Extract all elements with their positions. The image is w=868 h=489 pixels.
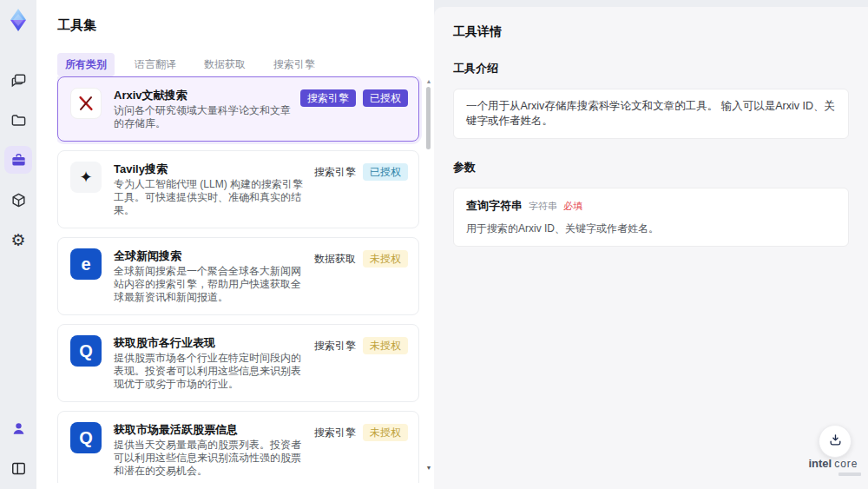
tool-description: 提供股票市场各个行业在特定时间段内的表现。投资者可以利用这些信息来识别表现优于或… (114, 352, 307, 391)
detail-title: 工具详情 (453, 24, 849, 40)
param-required-badge: 必填 (563, 200, 582, 213)
cube-icon (10, 192, 27, 208)
tool-status-badge: 已授权 (363, 163, 408, 181)
page-title: 工具集 (36, 0, 434, 34)
core-word: core (834, 458, 858, 470)
download-button[interactable] (819, 425, 852, 458)
category-tabs: 所有类别 语言翻译 数据获取 搜索引擎 (36, 34, 434, 76)
tool-description: 全球新闻搜索是一个聚合全球各大新闻网站内容的搜索引擎，帮助用户快速获取全球最新资… (114, 265, 307, 304)
blue-e-logo-icon: e (70, 248, 102, 280)
folder-icon (10, 112, 27, 129)
param-header: 查询字符串 字符串 必填 (466, 198, 836, 214)
scroll-down-icon[interactable]: ▼ (425, 465, 432, 472)
intro-heading: 工具介绍 (453, 61, 849, 76)
tool-card-arxiv[interactable]: Arxiv文献搜索 访问各个研究领域大量科学论文和文章的存储库。 搜索引擎 已授… (57, 76, 419, 142)
arxiv-logo-icon (70, 88, 102, 119)
tool-meta: 搜索引擎 未授权 (314, 337, 408, 354)
briefcase-icon (10, 152, 27, 169)
tool-text: 获取市场最活跃股票信息 提供当天交易量最高的股票列表。投资者可以利用这些信息来识… (114, 422, 307, 478)
blue-q-logo-icon: Q (70, 335, 102, 367)
scrollbar-thumb[interactable] (426, 87, 431, 149)
intro-box: 一个用于从Arxiv存储库搜索科学论文和文章的工具。 输入可以是Arxiv ID… (453, 89, 849, 139)
tool-status-badge: 未授权 (363, 337, 408, 354)
left-rail: ⚙ (0, 0, 36, 489)
tavily-star-icon: ✦ (70, 162, 102, 193)
tab-all-categories[interactable]: 所有类别 (57, 53, 115, 76)
params-heading: 参数 (453, 160, 849, 175)
intel-logo-sub-mark (838, 472, 861, 476)
sidebar-item-files[interactable] (4, 106, 32, 134)
sidebar-item-chat[interactable] (4, 66, 32, 94)
download-icon (828, 433, 843, 451)
user-icon (10, 420, 27, 437)
sidebar-item-account[interactable] (4, 414, 32, 442)
sidebar-item-collapse[interactable] (4, 454, 32, 482)
tool-description: 专为人工智能代理 (LLM) 构建的搜索引擎工具。可快速提供实时、准确和真实的结… (114, 178, 307, 217)
tool-list-panel: 工具集 所有类别 语言翻译 数据获取 搜索引擎 Arxiv文献搜索 访问各个研究… (36, 0, 434, 489)
chat-icon (10, 72, 27, 89)
tool-text: Tavily搜索 专为人工智能代理 (LLM) 构建的搜索引擎工具。可快速提供实… (114, 162, 307, 217)
panel-toggle-icon (10, 460, 27, 477)
tool-name: Arxiv文献搜索 (114, 88, 293, 102)
tool-meta: 数据获取 未授权 (314, 250, 408, 268)
param-box: 查询字符串 字符串 必填 用于搜索的Arxiv ID、关键字或作者姓名。 (453, 188, 849, 247)
tool-card-global-news[interactable]: e 全球新闻搜索 全球新闻搜索是一个聚合全球各大新闻网站内容的搜索引擎，帮助用户… (57, 237, 419, 315)
tool-card-sector-performance[interactable]: Q 获取股市各行业表现 提供股票市场各个行业在特定时间段内的表现。投资者可以利用… (57, 324, 419, 402)
tool-card-tavily[interactable]: ✦ Tavily搜索 专为人工智能代理 (LLM) 构建的搜索引擎工具。可快速提… (57, 150, 419, 228)
tool-category-badge: 搜索引擎 (300, 89, 356, 107)
intel-core-logo: intelcore (806, 455, 861, 476)
tool-text: Arxiv文献搜索 访问各个研究领域大量科学论文和文章的存储库。 (114, 88, 293, 130)
tool-status-badge: 未授权 (363, 250, 408, 268)
tool-meta: 搜索引擎 已授权 (300, 89, 408, 107)
tool-detail-panel: 工具详情 工具介绍 一个用于从Arxiv存储库搜索科学论文和文章的工具。 输入可… (434, 7, 868, 489)
sidebar-item-packages[interactable] (4, 186, 32, 214)
tab-language-translation[interactable]: 语言翻译 (127, 53, 184, 76)
param-type: 字符串 (529, 200, 557, 213)
tool-name: Tavily搜索 (114, 162, 307, 176)
tool-category-label: 搜索引擎 (314, 339, 356, 354)
param-description: 用于搜索的Arxiv ID、关键字或作者姓名。 (466, 221, 836, 236)
tool-description: 访问各个研究领域大量科学论文和文章的存储库。 (114, 104, 293, 130)
list-scrollbar: ▲ ▼ (425, 76, 432, 473)
tool-status-badge: 已授权 (363, 89, 408, 107)
gear-icon: ⚙ (10, 232, 25, 248)
sidebar-item-settings[interactable]: ⚙ (4, 226, 32, 254)
tool-meta: 搜索引擎 已授权 (314, 163, 408, 181)
tool-status-badge: 未授权 (363, 424, 408, 441)
tool-category-label: 数据获取 (314, 252, 356, 267)
tool-category-label: 搜索引擎 (314, 165, 356, 180)
sidebar-item-tools[interactable] (4, 146, 32, 174)
tool-category-label: 搜索引擎 (314, 426, 356, 440)
tab-data-fetching[interactable]: 数据获取 (196, 53, 253, 76)
scroll-up-icon[interactable]: ▲ (425, 78, 432, 85)
tab-search-engine[interactable]: 搜索引擎 (266, 53, 323, 76)
tool-name: 获取市场最活跃股票信息 (114, 422, 307, 437)
param-name: 查询字符串 (466, 198, 523, 214)
tool-description: 提供当天交易量最高的股票列表。投资者可以利用这些信息来识别流动性强的股票和潜在的… (114, 439, 307, 478)
tool-list: Arxiv文献搜索 访问各个研究领域大量科学论文和文章的存储库。 搜索引擎 已授… (57, 76, 422, 483)
tool-text: 获取股市各行业表现 提供股票市场各个行业在特定时间段内的表现。投资者可以利用这些… (114, 335, 307, 391)
intro-text: 一个用于从Arxiv存储库搜索科学论文和文章的工具。 输入可以是Arxiv ID… (466, 99, 836, 129)
tool-card-most-active-stocks[interactable]: Q 获取市场最活跃股票信息 提供当天交易量最高的股票列表。投资者可以利用这些信息… (57, 411, 419, 483)
tool-name: 全球新闻搜索 (114, 248, 307, 263)
blue-q-logo-icon: Q (70, 422, 102, 453)
tool-name: 获取股市各行业表现 (114, 335, 307, 350)
tool-meta: 搜索引擎 未授权 (314, 424, 408, 441)
intel-word: intel (808, 457, 832, 470)
app-logo-icon[interactable] (5, 7, 31, 33)
tool-text: 全球新闻搜索 全球新闻搜索是一个聚合全球各大新闻网站内容的搜索引擎，帮助用户快速… (114, 248, 307, 304)
